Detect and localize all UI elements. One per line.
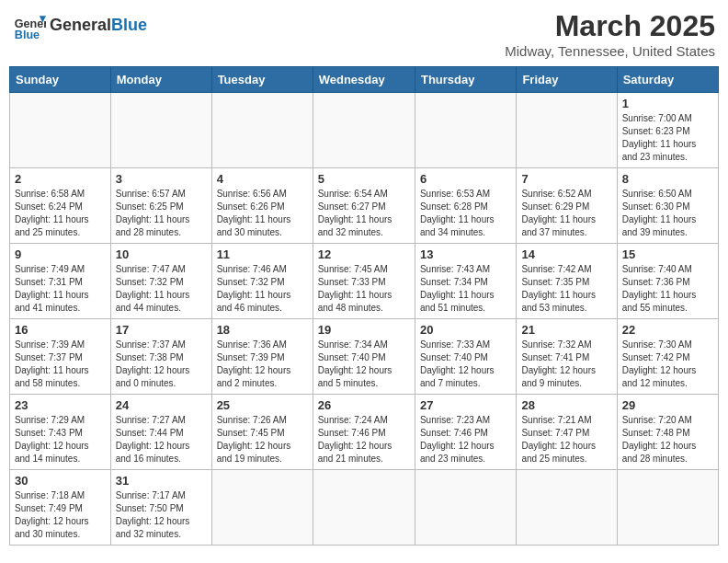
day-info: Sunrise: 7:47 AM Sunset: 7:32 PM Dayligh… <box>116 263 207 315</box>
calendar-cell: 18Sunrise: 7:36 AM Sunset: 7:39 PM Dayli… <box>211 319 313 395</box>
day-info: Sunrise: 7:42 AM Sunset: 7:35 PM Dayligh… <box>521 263 611 315</box>
day-info: Sunrise: 7:34 AM Sunset: 7:40 PM Dayligh… <box>318 339 410 390</box>
day-info: Sunrise: 7:33 AM Sunset: 7:40 PM Dayligh… <box>420 339 511 390</box>
day-number: 8 <box>622 172 713 186</box>
day-number: 23 <box>15 398 106 412</box>
calendar-cell <box>211 470 313 546</box>
day-number: 27 <box>420 398 511 412</box>
calendar-cell: 2Sunrise: 6:58 AM Sunset: 6:24 PM Daylig… <box>10 168 111 244</box>
calendar-cell: 13Sunrise: 7:43 AM Sunset: 7:34 PM Dayli… <box>415 244 516 319</box>
day-number: 13 <box>420 247 511 261</box>
day-number: 12 <box>318 247 410 261</box>
calendar-cell <box>517 93 617 168</box>
day-info: Sunrise: 7:00 AM Sunset: 6:23 PM Dayligh… <box>622 112 713 164</box>
calendar-cell: 5Sunrise: 6:54 AM Sunset: 6:27 PM Daylig… <box>313 168 415 244</box>
calendar-cell: 12Sunrise: 7:45 AM Sunset: 7:33 PM Dayli… <box>313 244 415 319</box>
day-number: 19 <box>318 323 410 337</box>
day-info: Sunrise: 6:52 AM Sunset: 6:29 PM Dayligh… <box>521 188 611 239</box>
week-row-2: 2Sunrise: 6:58 AM Sunset: 6:24 PM Daylig… <box>10 168 719 244</box>
calendar-cell: 17Sunrise: 7:37 AM Sunset: 7:38 PM Dayli… <box>110 319 211 395</box>
day-info: Sunrise: 6:54 AM Sunset: 6:27 PM Dayligh… <box>318 188 410 239</box>
day-number: 1 <box>622 97 713 110</box>
calendar-cell: 30Sunrise: 7:18 AM Sunset: 7:49 PM Dayli… <box>10 470 111 546</box>
day-info: Sunrise: 6:56 AM Sunset: 6:26 PM Dayligh… <box>217 188 308 239</box>
day-number: 26 <box>318 398 410 412</box>
calendar-cell: 11Sunrise: 7:46 AM Sunset: 7:32 PM Dayli… <box>211 244 313 319</box>
weekday-header-friday: Friday <box>517 67 617 93</box>
day-info: Sunrise: 7:30 AM Sunset: 7:42 PM Dayligh… <box>622 339 713 390</box>
calendar-cell: 27Sunrise: 7:23 AM Sunset: 7:46 PM Dayli… <box>415 395 516 470</box>
day-info: Sunrise: 7:40 AM Sunset: 7:36 PM Dayligh… <box>622 263 713 315</box>
day-number: 2 <box>15 172 106 186</box>
day-info: Sunrise: 7:23 AM Sunset: 7:46 PM Dayligh… <box>420 414 511 465</box>
logo: General Blue GeneralBlue <box>13 9 147 42</box>
day-info: Sunrise: 7:21 AM Sunset: 7:47 PM Dayligh… <box>521 414 611 465</box>
day-info: Sunrise: 7:43 AM Sunset: 7:34 PM Dayligh… <box>420 263 511 315</box>
day-info: Sunrise: 7:45 AM Sunset: 7:33 PM Dayligh… <box>318 263 410 315</box>
calendar-cell: 24Sunrise: 7:27 AM Sunset: 7:44 PM Dayli… <box>110 395 211 470</box>
calendar-cell <box>415 470 516 546</box>
calendar-cell <box>617 470 718 546</box>
day-number: 16 <box>15 323 106 337</box>
week-row-3: 9Sunrise: 7:49 AM Sunset: 7:31 PM Daylig… <box>10 244 719 319</box>
calendar-cell <box>211 93 313 168</box>
weekday-header-sunday: Sunday <box>10 67 111 93</box>
week-row-4: 16Sunrise: 7:39 AM Sunset: 7:37 PM Dayli… <box>10 319 719 395</box>
day-number: 17 <box>116 323 207 337</box>
day-number: 18 <box>217 323 308 337</box>
day-number: 20 <box>420 323 511 337</box>
calendar-cell <box>110 93 211 168</box>
calendar-cell: 29Sunrise: 7:20 AM Sunset: 7:48 PM Dayli… <box>617 395 718 470</box>
day-info: Sunrise: 7:24 AM Sunset: 7:46 PM Dayligh… <box>318 414 410 465</box>
calendar-cell: 16Sunrise: 7:39 AM Sunset: 7:37 PM Dayli… <box>10 319 111 395</box>
day-info: Sunrise: 6:57 AM Sunset: 6:25 PM Dayligh… <box>116 188 207 239</box>
weekday-header-wednesday: Wednesday <box>313 67 415 93</box>
calendar-cell: 14Sunrise: 7:42 AM Sunset: 7:35 PM Dayli… <box>517 244 617 319</box>
weekday-header-saturday: Saturday <box>617 67 718 93</box>
day-number: 5 <box>318 172 410 186</box>
day-number: 11 <box>217 247 308 261</box>
day-info: Sunrise: 6:58 AM Sunset: 6:24 PM Dayligh… <box>15 188 106 239</box>
week-row-5: 23Sunrise: 7:29 AM Sunset: 7:43 PM Dayli… <box>10 395 719 470</box>
calendar-cell: 3Sunrise: 6:57 AM Sunset: 6:25 PM Daylig… <box>110 168 211 244</box>
day-info: Sunrise: 7:49 AM Sunset: 7:31 PM Dayligh… <box>15 263 106 315</box>
weekday-header-tuesday: Tuesday <box>211 67 313 93</box>
page-header: General Blue GeneralBlue March 2025 Midw… <box>9 9 719 59</box>
day-number: 31 <box>116 474 207 488</box>
weekday-header-thursday: Thursday <box>415 67 516 93</box>
calendar-cell: 28Sunrise: 7:21 AM Sunset: 7:47 PM Dayli… <box>517 395 617 470</box>
day-info: Sunrise: 7:39 AM Sunset: 7:37 PM Dayligh… <box>15 339 106 390</box>
day-number: 30 <box>15 474 106 488</box>
calendar-cell: 7Sunrise: 6:52 AM Sunset: 6:29 PM Daylig… <box>517 168 617 244</box>
day-number: 25 <box>217 398 308 412</box>
day-number: 28 <box>521 398 611 412</box>
calendar-cell: 20Sunrise: 7:33 AM Sunset: 7:40 PM Dayli… <box>415 319 516 395</box>
calendar-table: SundayMondayTuesdayWednesdayThursdayFrid… <box>9 66 719 546</box>
calendar-cell: 26Sunrise: 7:24 AM Sunset: 7:46 PM Dayli… <box>313 395 415 470</box>
day-info: Sunrise: 7:20 AM Sunset: 7:48 PM Dayligh… <box>622 414 713 465</box>
day-number: 10 <box>116 247 207 261</box>
calendar-cell: 8Sunrise: 6:50 AM Sunset: 6:30 PM Daylig… <box>617 168 718 244</box>
month-title: March 2025 <box>505 9 715 43</box>
calendar-cell: 4Sunrise: 6:56 AM Sunset: 6:26 PM Daylig… <box>211 168 313 244</box>
calendar-cell <box>313 470 415 546</box>
day-info: Sunrise: 7:26 AM Sunset: 7:45 PM Dayligh… <box>217 414 308 465</box>
day-number: 24 <box>116 398 207 412</box>
logo-text: GeneralBlue <box>50 17 147 35</box>
calendar-cell <box>517 470 617 546</box>
day-info: Sunrise: 7:27 AM Sunset: 7:44 PM Dayligh… <box>116 414 207 465</box>
calendar-cell <box>415 93 516 168</box>
day-info: Sunrise: 7:36 AM Sunset: 7:39 PM Dayligh… <box>217 339 308 390</box>
svg-text:Blue: Blue <box>15 29 40 41</box>
calendar-cell: 23Sunrise: 7:29 AM Sunset: 7:43 PM Dayli… <box>10 395 111 470</box>
calendar-cell: 10Sunrise: 7:47 AM Sunset: 7:32 PM Dayli… <box>110 244 211 319</box>
week-row-1: 1Sunrise: 7:00 AM Sunset: 6:23 PM Daylig… <box>10 93 719 168</box>
day-info: Sunrise: 7:17 AM Sunset: 7:50 PM Dayligh… <box>116 489 207 541</box>
day-info: Sunrise: 7:18 AM Sunset: 7:49 PM Dayligh… <box>15 489 106 541</box>
day-number: 3 <box>116 172 207 186</box>
day-info: Sunrise: 6:53 AM Sunset: 6:28 PM Dayligh… <box>420 188 511 239</box>
day-number: 21 <box>521 323 611 337</box>
day-number: 14 <box>521 247 611 261</box>
week-row-6: 30Sunrise: 7:18 AM Sunset: 7:49 PM Dayli… <box>10 470 719 546</box>
calendar-cell: 25Sunrise: 7:26 AM Sunset: 7:45 PM Dayli… <box>211 395 313 470</box>
